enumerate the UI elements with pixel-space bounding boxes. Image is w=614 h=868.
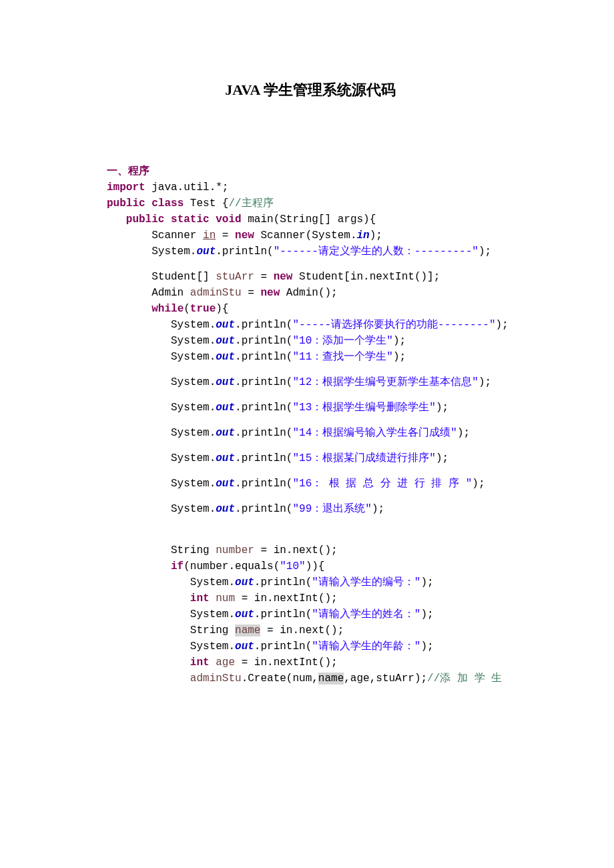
field-out: out [216,319,235,331]
string-literal: "------请定义学生的人数：---------" [274,246,479,258]
code-text [210,592,216,604]
blank-line [107,365,514,374]
code-text: .println( [254,640,312,653]
var-in: in [203,230,216,242]
code-text: System. [107,503,216,515]
kw-public: public [107,197,145,209]
string-literal: "12：根据学生编号更新学生基本信息" [292,376,478,388]
kw-if: if [171,560,184,572]
code-text: .println( [254,576,312,588]
blank-line [107,441,514,450]
kw-public: public [126,213,165,226]
document-title: JAVA 学生管理系统源代码 [107,80,514,100]
code-text: .println( [254,608,312,620]
string-literal: "16： 根 据 总 分 进 行 排 序 " [292,478,472,490]
code-text: System. [107,452,216,464]
code-text: ); [420,640,433,653]
section-heading: 一、程序 [107,165,149,176]
kw-new: new [274,271,293,283]
code-text: .println( [216,246,273,258]
code-text: ); [420,576,433,588]
var-number: number [216,544,254,556]
code-text: String [107,544,216,556]
code-text: Scanner(System. [254,230,357,242]
code-text: .println( [235,478,292,490]
code-text: ); [436,402,448,414]
code-text: System. [107,478,216,490]
var-name: name [318,673,344,685]
code-text: .println( [235,427,292,439]
string-literal: "10" [280,560,305,572]
kw-int: int [190,592,210,604]
kw-void: void [216,213,241,226]
comment: //主程序 [228,197,273,209]
kw-while: while [151,303,184,315]
code-text: = [242,287,261,299]
field-out: out [216,402,235,414]
code-text: = in.next(); [254,544,338,556]
var-adminstu: adminStu [190,673,242,685]
code-text: System. [107,640,235,653]
code-text: Scanner [107,230,203,242]
code-text: ,age,stuArr); [344,673,427,685]
code-block: 一、程序 import java.util.*; public class Te… [107,147,514,687]
kw-new: new [235,230,254,242]
field-out: out [196,246,216,258]
code-text [107,657,190,669]
code-text: System. [107,402,216,414]
code-text: Admin(); [280,287,337,299]
code-text: (number.equals( [184,560,280,572]
var-adminstu: adminStu [190,287,242,299]
code-text [107,592,190,604]
code-text: = [216,230,235,242]
kw-true: true [190,303,216,315]
blank-line [107,492,514,501]
code-text: = in.next(); [260,624,344,636]
kw-int: int [190,657,210,669]
string-literal: "请输入学生的编号：" [312,576,420,588]
code-text: = in.nextInt(); [235,657,338,669]
string-literal: "13：根据学生编号删除学生" [292,402,435,414]
code-text: ); [436,452,448,464]
field-out: out [216,335,235,347]
code-text: ); [479,246,491,258]
code-text: Admin [107,287,190,299]
field-out: out [216,376,235,388]
code-text: ); [370,230,382,242]
code-text: main(String[] args){ [242,213,376,226]
string-literal: "15：根据某门成绩进行排序" [292,452,435,464]
field-out: out [216,351,235,363]
string-literal: "请输入学生的姓名：" [312,608,420,620]
code-text: )){ [306,560,325,572]
field-out: out [216,503,235,515]
code-text [107,673,190,685]
code-text: System. [107,351,216,363]
blank-line [107,390,514,400]
code-text: ); [479,376,491,388]
blank-line [107,260,514,269]
var-num: num [216,592,235,604]
document-page: JAVA 学生管理系统源代码 一、程序 import java.util.*; … [0,0,614,868]
code-text: = in.nextInt(); [235,592,338,604]
string-literal: "99：退出系统" [292,503,371,515]
blank-line [107,466,514,476]
var-stuarr: stuArr [216,271,254,283]
field-out: out [235,608,254,620]
code-text: java.util.*; [145,181,229,193]
string-literal: "14：根据编号输入学生各门成绩" [292,427,456,439]
field-out: out [235,576,254,588]
string-literal: "-----请选择你要执行的功能--------" [292,319,495,331]
blank-line [107,416,514,425]
var-name: name [235,624,260,636]
blank-line [107,517,514,526]
field-in: in [356,230,369,242]
field-out: out [216,427,235,439]
field-out: out [216,452,235,464]
code-text [107,560,171,572]
kw-static: static [171,213,210,226]
code-text: .Create(num, [242,673,318,685]
code-text: System. [107,335,216,347]
code-text: System. [107,376,216,388]
string-literal: "10：添加一个学生" [292,335,392,347]
kw-import: import [107,181,145,193]
